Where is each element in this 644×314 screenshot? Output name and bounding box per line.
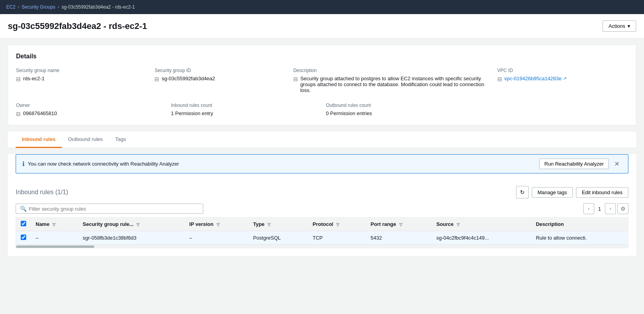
owner-copy-icon[interactable]: ⊟ xyxy=(16,111,21,117)
table-body: – sgr-058fb3de1c38bf8d3 – PostgreSQL TCP… xyxy=(16,231,628,245)
banner-left: ℹ You can now check network connectivity… xyxy=(22,160,179,168)
run-reachability-button[interactable]: Run Reachability Analyzer xyxy=(539,159,609,169)
col-rule-id-header[interactable]: Security group rule... ▽ xyxy=(78,218,185,231)
row-ip-version: – xyxy=(185,231,248,245)
col-ip-version-header[interactable]: IP version ▽ xyxy=(185,218,248,231)
col-source-label: Source xyxy=(436,221,454,227)
source-sort-icon: ▽ xyxy=(457,222,460,227)
actions-chevron-icon: ▾ xyxy=(628,23,630,29)
refresh-button[interactable]: ↻ xyxy=(516,186,529,199)
description-item: Description ⊟ Security group attached to… xyxy=(293,68,490,93)
ip-version-sort-icon: ▽ xyxy=(217,222,220,227)
owner-value-wrapper: ⊟ 096876465810 xyxy=(16,110,163,117)
sg-name-value-wrapper: ⊟ rds-ec2-1 xyxy=(16,76,147,82)
breadcrumb-ec2[interactable]: EC2 xyxy=(6,4,15,10)
inbound-count-badge: (1/1) xyxy=(55,189,68,195)
empty-item xyxy=(481,103,628,117)
outbound-count-item: Outbound rules count 0 Permission entrie… xyxy=(326,103,473,117)
col-description-label: Description xyxy=(536,221,564,227)
pagination: ‹ 1 › ⚙ xyxy=(583,203,628,214)
tab-tags[interactable]: Tags xyxy=(109,132,132,148)
breadcrumb-current: sg-03c55992fab3d4ea2 - rds-ec2-1 xyxy=(61,4,135,10)
top-nav: EC2 › Security Groups › sg-03c55992fab3d… xyxy=(0,0,644,14)
main-content: Details Security group name ⊟ rds-ec2-1 … xyxy=(0,38,644,262)
search-input[interactable] xyxy=(29,206,199,212)
col-protocol-header[interactable]: Protocol ▽ xyxy=(308,218,366,231)
table-row[interactable]: – sgr-058fb3de1c38bf8d3 – PostgreSQL TCP… xyxy=(16,231,628,245)
col-source-header[interactable]: Source ▽ xyxy=(432,218,531,231)
page-header: sg-03c55992fab3d4ea2 - rds-ec2-1 Actions… xyxy=(0,14,644,38)
outbound-count-label: Outbound rules count xyxy=(326,103,473,108)
row-rule-id: sgr-058fb3de1c38bf8d3 xyxy=(78,231,185,245)
row-protocol: TCP xyxy=(308,231,366,245)
description-value-wrapper: ⊟ Security group attached to postgres to… xyxy=(293,76,490,93)
col-port-range-header[interactable]: Port range ▽ xyxy=(366,218,432,231)
inbound-title-text: Inbound rules xyxy=(16,189,54,195)
col-type-header[interactable]: Type ▽ xyxy=(248,218,308,231)
info-icon: ℹ xyxy=(22,160,25,168)
inbound-count-label: Inbound rules count xyxy=(171,103,318,108)
breadcrumb-security-groups[interactable]: Security Groups xyxy=(22,4,55,10)
vpc-id-value: vpc-019426b95ca14283e xyxy=(504,76,562,81)
page-number: 1 xyxy=(596,206,603,212)
row-source: sg-04c2fbc9f4c4c149... xyxy=(432,231,531,245)
col-ip-version-label: IP version xyxy=(189,221,213,227)
sg-name-copy-icon[interactable]: ⊟ xyxy=(16,76,21,82)
col-description-header: Description xyxy=(531,218,628,231)
owner-value: 096876465810 xyxy=(23,110,57,116)
protocol-sort-icon: ▽ xyxy=(336,222,339,227)
inbound-rules-actions: ↻ Manage tags Edit inbound rules xyxy=(516,186,628,199)
next-page-button[interactable]: › xyxy=(605,203,616,214)
breadcrumb: EC2 › Security Groups › sg-03c55992fab3d… xyxy=(6,4,135,10)
inbound-count-item: Inbound rules count 1 Permission entry xyxy=(171,103,318,117)
horizontal-scrollbar[interactable] xyxy=(16,245,628,248)
info-banner: ℹ You can now check network connectivity… xyxy=(16,154,628,173)
row-name: – xyxy=(31,231,78,245)
col-protocol-label: Protocol xyxy=(313,221,334,227)
vpc-id-link[interactable]: vpc-019426b95ca14283e ↗ xyxy=(504,76,567,81)
tab-content: ℹ You can now check network connectivity… xyxy=(8,154,636,256)
description-value: Security group attached to postgres to a… xyxy=(300,76,490,93)
sg-name-item: Security group name ⊟ rds-ec2-1 xyxy=(16,68,147,93)
table-header-row: Name ▽ Security group rule... ▽ IP versi… xyxy=(16,218,628,231)
edit-inbound-rules-button[interactable]: Edit inbound rules xyxy=(576,187,628,198)
row-checkbox[interactable] xyxy=(21,235,26,240)
search-icon: 🔍 xyxy=(20,206,27,212)
sg-name-label: Security group name xyxy=(16,68,147,73)
details-card: Details Security group name ⊟ rds-ec2-1 … xyxy=(8,45,636,125)
row-description: Rule to allow connecti. xyxy=(531,231,628,245)
banner-actions: Run Reachability Analyzer ✕ xyxy=(539,159,622,169)
actions-label: Actions xyxy=(608,23,625,29)
manage-tags-button[interactable]: Manage tags xyxy=(532,187,573,198)
sg-id-copy-icon[interactable]: ⊟ xyxy=(154,76,159,82)
table-settings-button[interactable]: ⚙ xyxy=(617,203,628,214)
select-all-header xyxy=(16,218,31,231)
select-all-checkbox[interactable] xyxy=(21,221,26,226)
description-label: Description xyxy=(293,68,490,73)
breadcrumb-sep2: › xyxy=(57,4,59,10)
outbound-count-value: 0 Permission entries xyxy=(326,110,372,116)
inbound-rules-header: Inbound rules (1/1) ↻ Manage tags Edit i… xyxy=(16,180,628,199)
inbound-rules-table: Name ▽ Security group rule... ▽ IP versi… xyxy=(16,218,628,245)
col-port-range-label: Port range xyxy=(371,221,396,227)
tab-outbound-rules[interactable]: Outbound rules xyxy=(62,132,109,148)
prev-page-button[interactable]: ‹ xyxy=(583,203,594,214)
row-checkbox-cell xyxy=(16,231,31,245)
banner-text: You can now check network connectivity w… xyxy=(28,161,179,167)
inbound-rules-section: Inbound rules (1/1) ↻ Manage tags Edit i… xyxy=(8,180,636,256)
search-box[interactable]: 🔍 xyxy=(16,204,203,214)
vpc-id-copy-icon[interactable]: ⊟ xyxy=(497,76,502,82)
actions-button[interactable]: Actions ▾ xyxy=(603,20,636,32)
col-type-label: Type xyxy=(253,221,264,227)
description-copy-icon[interactable]: ⊟ xyxy=(293,76,298,82)
row-type: PostgreSQL xyxy=(248,231,308,245)
breadcrumb-sep1: › xyxy=(18,4,19,10)
owner-label: Owner xyxy=(16,103,163,108)
col-rule-id-label: Security group rule... xyxy=(83,221,134,227)
rules-table-container: Name ▽ Security group rule... ▽ IP versi… xyxy=(16,217,628,248)
tab-inbound-rules[interactable]: Inbound rules xyxy=(16,132,62,148)
banner-close-button[interactable]: ✕ xyxy=(612,159,622,168)
details-grid-bottom: Owner ⊟ 096876465810 Inbound rules count… xyxy=(16,103,628,117)
col-name-header[interactable]: Name ▽ xyxy=(31,218,78,231)
port-range-sort-icon: ▽ xyxy=(399,222,402,227)
